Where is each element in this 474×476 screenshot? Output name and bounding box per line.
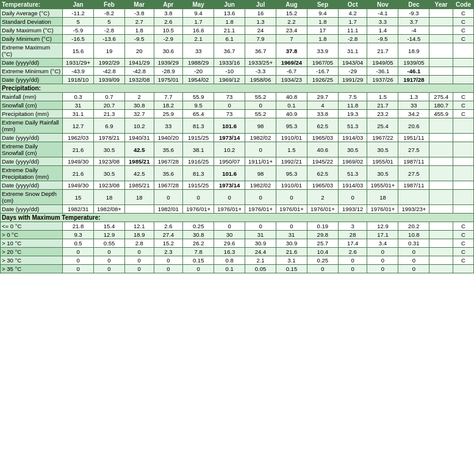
data-cell: 30.5 [94,166,125,181]
data-cell: 95.3 [276,166,307,181]
data-cell: -13.6 [94,35,125,43]
data-cell: 30.5 [367,166,398,181]
data-cell: 2 [124,93,154,101]
data-cell: C [453,101,473,110]
section-header: Precipitation: [1,84,474,93]
data-cell: 21.6 [63,142,94,157]
header-nov: Nov [367,1,398,9]
data-cell: 1955/01+ [367,181,398,190]
data-cell: 1985/21 [124,181,154,190]
data-cell: 55.2 [245,110,276,118]
data-cell: 2.7 [124,18,154,26]
data-cell: 3.4 [367,239,398,248]
table-row: Date (yyyy/dd)1962/031978/211940/311940/… [1,134,474,142]
data-cell: -2.9 [154,35,183,43]
data-cell: 27.4 [154,231,183,239]
data-cell: 0 [63,248,94,256]
data-cell [429,43,453,59]
data-cell: 2 [307,190,338,205]
data-cell: 17.4 [338,239,367,248]
data-cell: -14.5 [398,35,429,43]
data-cell: 19 [94,43,125,59]
data-cell: 0.15 [276,265,307,273]
data-cell: 0 [154,265,183,273]
data-cell: 11.1 [338,26,367,35]
header-feb: Feb [94,1,125,9]
data-cell: 29.6 [214,239,245,248]
data-cell: 1954/02 [183,76,214,84]
data-cell: C [453,222,473,231]
data-cell: 3 [338,222,367,231]
data-cell: 2.1 [183,35,214,43]
data-cell [429,26,453,35]
data-cell: 19.3 [338,110,367,118]
row-label: Date (yyyy/dd) [1,205,63,214]
data-cell: C [453,93,473,101]
data-cell: 0 [245,142,276,157]
data-cell: 10.8 [398,231,429,239]
data-cell: 1931/29+ [63,59,94,67]
data-cell [429,222,453,231]
data-cell: -9.3 [398,9,429,18]
data-cell: 1988/29 [183,59,214,67]
data-cell: 12.7 [63,118,94,134]
data-cell: 1.8 [124,26,154,35]
data-cell: 33.8 [307,110,338,118]
data-cell: 3.7 [398,18,429,26]
data-cell: 2.6 [154,18,183,26]
data-cell: 31 [245,231,276,239]
data-cell: 35.6 [154,166,183,181]
data-cell: 0.19 [307,222,338,231]
data-cell: 0.7 [94,93,125,101]
row-label: Date (yyyy/dd) [1,181,63,190]
data-cell: 0.55 [94,239,125,248]
data-cell: 62.5 [307,118,338,134]
table-row: Extreme Maximum (°C)15.6192030.63336.736… [1,43,474,59]
data-cell: 15.4 [94,222,125,231]
data-cell [429,256,453,265]
row-label: Precipitation (mm) [1,110,63,118]
data-cell: 0 [338,256,367,265]
data-cell: 18 [367,190,398,205]
data-cell: -2.8 [338,35,367,43]
data-cell: 18 [94,190,125,205]
data-cell: 5 [63,18,94,26]
data-cell: 2.8 [124,239,154,248]
data-cell: 1950/07 [214,157,245,166]
data-cell: -16.5 [63,35,94,43]
table-row: Extreme Daily Snowfall (cm)21.630.542.53… [1,142,474,157]
data-cell: 17 [307,26,338,35]
data-cell: 4 [307,101,338,110]
data-cell: 0 [214,222,245,231]
data-cell: 21.7 [367,101,398,110]
data-cell: -20 [183,67,214,76]
data-cell: 26.2 [183,239,214,248]
data-cell: 0 [338,265,367,273]
data-cell: 21.8 [63,222,94,231]
table-row: Standard Deviation552.72.61.71.81.32.21.… [1,18,474,26]
data-cell: 0 [94,248,125,256]
data-cell: 15.2 [276,9,307,18]
data-cell: 31.1 [63,110,94,118]
data-cell: 73 [214,93,245,101]
data-cell: 35.6 [154,142,183,157]
data-cell: 62.5 [307,166,338,181]
data-cell: 33 [183,43,214,59]
data-cell [429,166,453,181]
data-cell [453,76,473,84]
data-cell: C [453,256,473,265]
data-cell: 0 [307,265,338,273]
data-cell: 1939/29 [154,59,183,67]
row-label: Daily Maximum (°C) [1,26,63,35]
data-cell: 0.31 [398,239,429,248]
data-cell: 1.8 [214,18,245,26]
data-cell: 1982/02 [245,134,276,142]
data-cell: 12.1 [124,222,154,231]
data-cell: 34.2 [398,110,429,118]
data-cell: 1949/05 [367,59,398,67]
data-cell: 30 [214,231,245,239]
data-cell: -11.2 [63,9,94,18]
data-cell: 6.1 [214,35,245,43]
data-cell: 18.9 [124,231,154,239]
table-row: Extreme Snow Depth (cm)151818000002018 [1,190,474,205]
